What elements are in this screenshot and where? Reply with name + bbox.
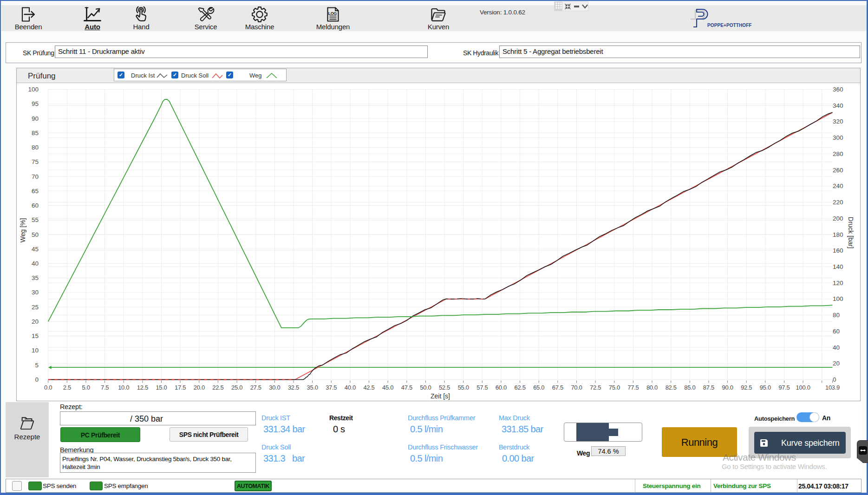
- svg-text:25.0: 25.0: [231, 384, 242, 391]
- svg-text:45.0: 45.0: [382, 384, 393, 391]
- svg-text:85: 85: [32, 130, 39, 137]
- svg-text:180: 180: [833, 231, 843, 238]
- svg-text:90.0: 90.0: [722, 384, 733, 391]
- svg-text:57.5: 57.5: [476, 384, 488, 391]
- svg-text:30: 30: [32, 289, 39, 296]
- svg-text:32.5: 32.5: [288, 384, 299, 391]
- svg-text:200: 200: [833, 215, 843, 222]
- svg-text:POPPE+POTTHOFF: POPPE+POTTHOFF: [707, 23, 752, 28]
- svg-text:360: 360: [833, 86, 843, 93]
- svg-text:LOG: LOG: [328, 11, 337, 16]
- svg-text:5: 5: [35, 362, 39, 369]
- svg-text:0: 0: [833, 376, 836, 383]
- svg-text:103.9: 103.9: [825, 384, 840, 391]
- svg-text:42.5: 42.5: [363, 384, 374, 391]
- svg-text:90: 90: [32, 115, 39, 122]
- svg-text:Zeit [s]: Zeit [s]: [431, 392, 450, 400]
- svg-text:40.0: 40.0: [345, 384, 356, 391]
- svg-text:0.0: 0.0: [44, 384, 52, 391]
- svg-text:160: 160: [833, 247, 843, 254]
- svg-text:60: 60: [32, 202, 39, 209]
- svg-text:55: 55: [32, 216, 39, 223]
- svg-text:92.5: 92.5: [741, 384, 752, 391]
- svg-text:340: 340: [833, 102, 843, 109]
- svg-text:280: 280: [833, 150, 843, 157]
- svg-text:62.5: 62.5: [515, 384, 526, 391]
- svg-text:20.0: 20.0: [194, 384, 205, 391]
- svg-text:80: 80: [32, 144, 39, 151]
- svg-text:67.5: 67.5: [552, 384, 563, 391]
- svg-text:80: 80: [833, 312, 840, 319]
- svg-text:27.5: 27.5: [250, 384, 261, 391]
- svg-text:45: 45: [32, 246, 39, 253]
- svg-text:15.0: 15.0: [156, 384, 167, 391]
- svg-text:60: 60: [833, 328, 840, 335]
- svg-text:35: 35: [32, 274, 39, 281]
- svg-text:37.5: 37.5: [326, 384, 337, 391]
- svg-text:Druck [bar]: Druck [bar]: [847, 217, 855, 248]
- svg-text:75: 75: [32, 158, 39, 165]
- svg-text:82.5: 82.5: [666, 384, 677, 391]
- svg-text:120: 120: [833, 280, 843, 287]
- svg-text:20: 20: [32, 318, 39, 325]
- svg-text:40: 40: [833, 344, 840, 351]
- svg-text:50.0: 50.0: [420, 384, 431, 391]
- svg-text:87.5: 87.5: [703, 384, 714, 391]
- svg-text:70: 70: [32, 173, 39, 180]
- svg-text:95.0: 95.0: [760, 384, 771, 391]
- svg-text:100.0: 100.0: [796, 384, 810, 391]
- svg-text:35.0: 35.0: [307, 384, 318, 391]
- svg-text:2.5: 2.5: [63, 384, 71, 391]
- svg-text:100: 100: [28, 86, 39, 93]
- svg-text:10: 10: [32, 347, 39, 354]
- svg-text:50: 50: [32, 231, 39, 238]
- svg-text:40: 40: [32, 260, 39, 267]
- svg-text:52.5: 52.5: [439, 384, 450, 391]
- svg-text:17.5: 17.5: [175, 384, 186, 391]
- svg-text:10.0: 10.0: [118, 384, 129, 391]
- svg-text:47.5: 47.5: [401, 384, 412, 391]
- svg-text:7.5: 7.5: [101, 384, 109, 391]
- svg-text:220: 220: [833, 199, 843, 206]
- svg-text:12.5: 12.5: [137, 384, 148, 391]
- svg-text:65.0: 65.0: [533, 384, 544, 391]
- svg-text:95: 95: [32, 100, 39, 107]
- svg-text:80.0: 80.0: [646, 384, 658, 391]
- svg-text:Weg [%]: Weg [%]: [19, 218, 26, 243]
- svg-text:260: 260: [833, 167, 843, 174]
- svg-text:5.0: 5.0: [82, 384, 90, 391]
- svg-text:320: 320: [833, 118, 843, 125]
- svg-text:240: 240: [833, 182, 843, 189]
- svg-text:22.5: 22.5: [212, 384, 223, 391]
- svg-text:100: 100: [833, 295, 843, 302]
- svg-text:300: 300: [833, 134, 843, 141]
- svg-text:72.5: 72.5: [590, 384, 601, 391]
- svg-text:75.0: 75.0: [609, 384, 620, 391]
- svg-text:0: 0: [35, 376, 39, 383]
- svg-text:97.5: 97.5: [778, 384, 790, 391]
- svg-text:65: 65: [32, 188, 39, 195]
- svg-text:60.0: 60.0: [496, 384, 507, 391]
- svg-text:30.0: 30.0: [269, 384, 280, 391]
- svg-text:70.0: 70.0: [571, 384, 582, 391]
- svg-text:25: 25: [32, 304, 39, 311]
- svg-text:140: 140: [833, 263, 843, 270]
- svg-text:77.5: 77.5: [627, 384, 639, 391]
- svg-text:55.0: 55.0: [458, 384, 469, 391]
- svg-text:15: 15: [32, 332, 39, 339]
- svg-text:85.0: 85.0: [684, 384, 695, 391]
- svg-text:20: 20: [833, 360, 840, 367]
